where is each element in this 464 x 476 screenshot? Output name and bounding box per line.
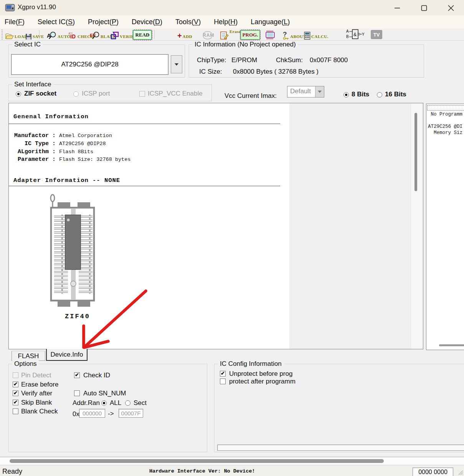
minimize-button[interactable]	[390, 3, 405, 13]
auto-button[interactable]: A AUTO	[47, 29, 71, 40]
skip-blank-label: Skip Blank	[21, 399, 52, 407]
select-ic-dropdown-button[interactable]	[171, 55, 182, 73]
vcc-imax-value: Default	[290, 88, 311, 95]
calcu-button[interactable]: CALCU.	[304, 29, 329, 40]
tab-flash[interactable]: FLASH	[12, 351, 45, 361]
ic-information-legend: IC Information (No Project opened)	[193, 41, 298, 48]
vcc-imax-combobox[interactable]: Default	[287, 86, 324, 98]
calculator-icon	[304, 31, 310, 40]
prog-button[interactable]: PROG.	[240, 30, 260, 40]
svg-text:RAM: RAM	[203, 33, 214, 38]
range-from-input[interactable]: 000000	[79, 409, 105, 418]
select-ic-legend: Select IC	[12, 41, 43, 48]
ram-icon: RAM	[201, 31, 214, 40]
ic-size-label: IC Size:	[199, 68, 222, 76]
auto-sn-label: Auto SN_NUM	[83, 390, 127, 397]
programmer-line: No Programm	[428, 112, 462, 117]
addr-all-radio[interactable]	[101, 400, 107, 406]
main-horizontal-scrollbar-thumb[interactable]	[10, 459, 384, 463]
bits8-radio[interactable]	[343, 92, 349, 98]
vertical-scrollbar-thumb[interactable]	[414, 113, 417, 191]
bits8-label: 8 Bits	[352, 91, 369, 98]
about-button[interactable]: ? ABOUT	[282, 29, 306, 40]
range-to-input[interactable]: 00007F	[119, 409, 143, 418]
programmer-line: Memory Siz	[428, 130, 462, 136]
ic-config-legend: IC Config Information	[218, 360, 284, 368]
chip-test-button[interactable]	[265, 29, 276, 40]
chip-icon	[265, 30, 276, 40]
verify-after-checkbox[interactable]	[13, 390, 18, 396]
check-id-checkbox[interactable]	[74, 372, 80, 378]
statusbar: Ready Hardware Interface Ver: No Device!…	[0, 465, 464, 476]
range-arrow-label: ->	[108, 410, 114, 418]
blank-ff-icon: FF	[90, 31, 100, 40]
hex-prefix-label: 0x	[73, 410, 79, 418]
logic-gate-button[interactable]: AB&Y	[346, 29, 365, 40]
resize-grip[interactable]	[457, 469, 463, 475]
erase-notepad-icon	[220, 31, 229, 40]
bits16-radio[interactable]	[377, 92, 382, 98]
vcc-imax-label: Vcc Current Imax:	[225, 92, 277, 100]
divider	[9, 124, 280, 124]
ram-button[interactable]: RAM	[201, 29, 214, 40]
skip-blank-checkbox[interactable]	[13, 400, 18, 405]
toolbar-gripper[interactable]	[2, 30, 3, 40]
maximize-button[interactable]	[416, 3, 432, 13]
menu-tools[interactable]: Tools(V)	[175, 18, 201, 26]
main-horizontal-scrollbar[interactable]	[0, 457, 464, 465]
add-button[interactable]: + ADD	[177, 29, 192, 40]
zif-socket-radio[interactable]	[16, 91, 21, 97]
empty-pane	[289, 103, 423, 349]
horizontal-scrollbar-thumb[interactable]	[439, 344, 464, 346]
config-horizontal-scrollbar[interactable]	[217, 445, 464, 451]
chevron-down-icon	[175, 63, 178, 66]
menu-help[interactable]: Help(H)	[214, 18, 238, 26]
auto-magnifier-icon: A	[47, 31, 57, 40]
svg-text:A: A	[346, 29, 349, 33]
chiptype-value: E/PROM	[231, 56, 257, 64]
menu-select-ic[interactable]: Select IC(S)	[38, 18, 75, 26]
svg-text:&: &	[353, 32, 357, 37]
blank-check-checkbox[interactable]	[13, 408, 18, 414]
chevron-down-icon	[318, 91, 322, 93]
protect-checkbox[interactable]	[220, 378, 226, 384]
question-key-icon: ?	[282, 31, 289, 40]
select-ic-combobox[interactable]: AT29C256 @DIP28	[11, 54, 168, 75]
load-button[interactable]: LOAD	[5, 29, 28, 40]
read-button[interactable]: READ	[133, 30, 152, 40]
unprotect-checkbox[interactable]	[220, 371, 226, 377]
menu-file[interactable]: File(F)	[5, 18, 25, 26]
protect-label: protect after programm	[229, 378, 298, 385]
check-id-label: Check ID	[83, 372, 110, 379]
icsp-vcc-checkbox[interactable]	[139, 91, 145, 97]
icsp-port-radio[interactable]	[73, 91, 79, 97]
menu-project[interactable]: Project(P)	[88, 18, 119, 26]
verify-after-label: Verify after	[21, 390, 52, 397]
pin-detect-checkbox[interactable]	[13, 372, 18, 378]
parameter-row: Parameter : Flash Size: 32768 bytes	[13, 155, 130, 163]
erase-button[interactable]: Erase	[220, 29, 241, 40]
auto-sn-checkbox[interactable]	[74, 390, 80, 396]
manufactor-row: Manufactor : Atmel Corporation	[13, 132, 112, 139]
addr-all-label: ALL	[110, 399, 121, 407]
window-title: Xgpro v11.90	[18, 3, 56, 11]
xgpro-window: { "window": {"title": "Xgpro v11.90"}, "…	[0, 0, 464, 476]
menu-language[interactable]: Language(L)	[251, 18, 290, 26]
vcc-dropdown-button[interactable]	[315, 86, 324, 97]
open-folder-icon	[5, 33, 14, 40]
unprotect-label: Unprotect before prog	[229, 370, 292, 378]
save-button[interactable]: SAVE	[25, 29, 44, 40]
ic-information-group: IC Information (No Project opened) ChipT…	[189, 45, 424, 78]
erase-before-checkbox[interactable]	[13, 382, 18, 387]
icsp-port-label: ICSP port	[82, 90, 110, 98]
tv-button[interactable]: TV	[371, 30, 382, 39]
addr-sect-radio[interactable]	[125, 400, 130, 406]
floppy-icon	[25, 33, 32, 40]
svg-text:ID: ID	[70, 33, 76, 40]
close-button[interactable]	[443, 3, 459, 13]
menu-device[interactable]: Device(D)	[132, 18, 162, 26]
focus-rect	[427, 105, 464, 111]
chksum-value: 0x007F 8000	[310, 56, 348, 64]
tab-device-info[interactable]: Device.Info	[46, 349, 88, 361]
chiptype-label: ChipType:	[197, 56, 226, 64]
